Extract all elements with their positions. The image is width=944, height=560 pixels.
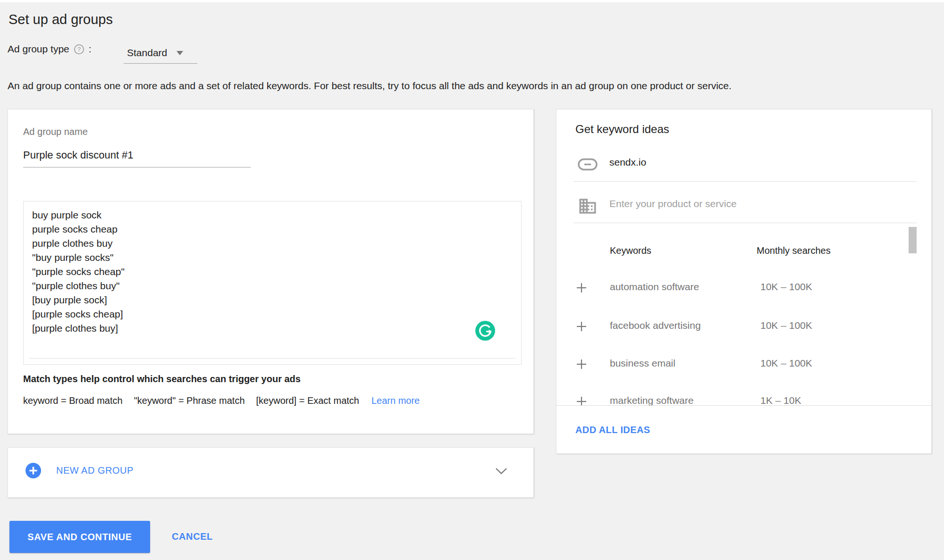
product-service-input[interactable] bbox=[609, 198, 874, 209]
keywords-textarea[interactable]: buy purple sock purple socks cheap purpl… bbox=[24, 201, 521, 348]
website-divider bbox=[573, 181, 917, 182]
keywords-box: buy purple sock purple socks cheap purpl… bbox=[23, 201, 522, 365]
table-row: automation software 10K – 100K bbox=[556, 281, 906, 295]
match-types-row: keyword = Broad match "keyword" = Phrase… bbox=[23, 395, 420, 406]
add-all-ideas-button[interactable]: ADD ALL IDEAS bbox=[575, 425, 650, 435]
table-row: business email 10K – 100K bbox=[556, 357, 906, 371]
keyword-cell: facebook advertising bbox=[610, 320, 701, 331]
monthly-searches-cell: 10K – 100K bbox=[760, 358, 812, 369]
add-keyword-icon[interactable] bbox=[575, 282, 588, 296]
keyword-ideas-card: Get keyword ideas Keywords Monthly searc… bbox=[556, 109, 932, 454]
cancel-button[interactable]: CANCEL bbox=[172, 531, 213, 542]
table-row: facebook advertising 10K – 100K bbox=[556, 319, 906, 334]
exact-match-text: [keyword] = Exact match bbox=[256, 395, 359, 406]
keyword-ideas-title: Get keyword ideas bbox=[575, 123, 669, 136]
help-icon[interactable]: ? bbox=[74, 44, 84, 55]
ad-group-type-value: Standard bbox=[127, 47, 167, 59]
monthly-searches-cell: 10K – 100K bbox=[760, 281, 812, 293]
list-bottom-divider bbox=[556, 405, 931, 406]
ad-group-description: An ad group contains one or more ads and… bbox=[8, 80, 732, 92]
building-icon bbox=[578, 196, 598, 218]
dropdown-caret-icon bbox=[177, 51, 183, 55]
ad-group-type-label: Ad group type bbox=[8, 43, 69, 55]
keyword-cell: automation software bbox=[610, 281, 699, 293]
broad-match-text: keyword = Broad match bbox=[23, 395, 123, 406]
website-input[interactable] bbox=[609, 157, 893, 168]
ad-group-name-input[interactable] bbox=[23, 143, 251, 167]
table-row: marketing software 1K – 10K bbox=[556, 394, 906, 405]
ad-group-card: Ad group name buy purple sock purple soc… bbox=[8, 109, 534, 434]
ad-group-type-row: Ad group type ? : bbox=[8, 43, 92, 55]
add-keyword-icon[interactable] bbox=[575, 358, 588, 372]
monthly-searches-cell: 10K – 100K bbox=[760, 320, 812, 331]
add-keyword-icon[interactable] bbox=[575, 395, 588, 405]
svg-text:?: ? bbox=[77, 46, 81, 53]
ad-group-type-dropdown[interactable]: Standard bbox=[124, 42, 197, 64]
keyword-cell: business email bbox=[610, 358, 675, 369]
chevron-down-icon[interactable] bbox=[495, 468, 507, 476]
new-ad-group-button[interactable]: NEW AD GROUP bbox=[56, 465, 134, 476]
ad-group-type-colon: : bbox=[89, 43, 92, 55]
page-title: Set up ad groups bbox=[8, 12, 113, 27]
link-icon bbox=[578, 158, 598, 173]
phrase-match-text: "keyword" = Phrase match bbox=[134, 395, 245, 406]
ad-group-name-label: Ad group name bbox=[23, 126, 88, 137]
monthly-searches-cell: 1K – 10K bbox=[760, 395, 801, 405]
keyword-ideas-list: automation software 10K – 100K facebook … bbox=[556, 223, 906, 405]
grammarly-icon[interactable] bbox=[475, 321, 495, 341]
keywords-underline bbox=[29, 358, 515, 359]
new-ad-group-card[interactable]: NEW AD GROUP bbox=[8, 447, 534, 498]
scrollbar-thumb[interactable] bbox=[909, 227, 917, 253]
setup-ad-groups-page: Set up ad groups Ad group type ? : Stand… bbox=[0, 0, 944, 560]
save-and-continue-button[interactable]: SAVE AND CONTINUE bbox=[9, 521, 150, 553]
match-types-heading: Match types help control which searches … bbox=[23, 374, 301, 384]
top-strip bbox=[0, 0, 944, 2]
add-keyword-icon[interactable] bbox=[575, 320, 588, 334]
add-circle-icon[interactable] bbox=[25, 463, 41, 478]
keyword-cell: marketing software bbox=[610, 395, 693, 405]
learn-more-link[interactable]: Learn more bbox=[371, 395, 420, 406]
